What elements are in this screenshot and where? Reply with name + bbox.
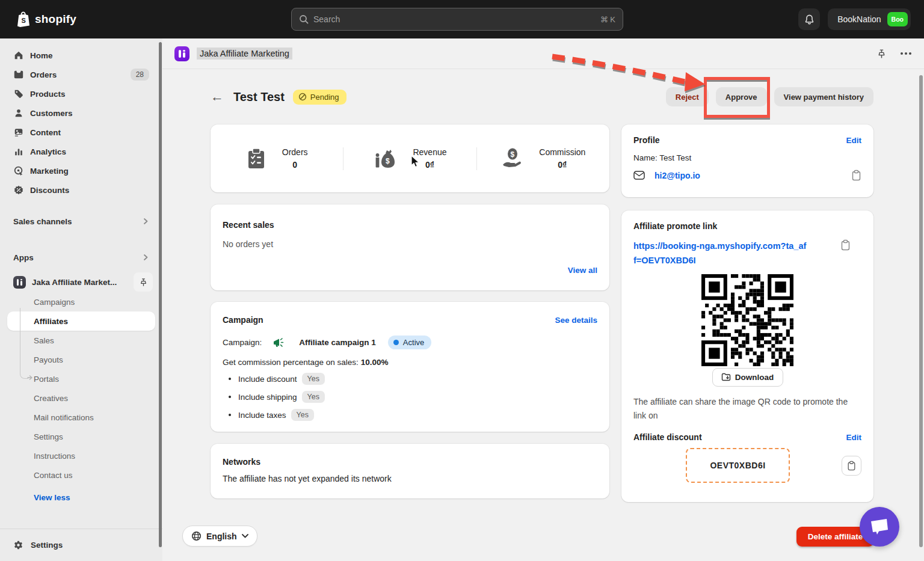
sub-item-label: Campaigns [34,298,75,307]
promote-link-card: Affiliate promote link https://booking-n… [621,210,873,502]
globe-icon [191,531,202,541]
orders-icon [13,69,24,80]
copy-discount-button[interactable] [842,456,861,476]
campaign-option: Include taxes Yes [229,409,597,421]
see-details-link[interactable]: See details [555,316,597,325]
store-menu-button[interactable]: BookNation Boo [828,8,911,30]
svg-text:$: $ [511,150,515,158]
sidebar-item-discounts[interactable]: Discounts [7,180,155,200]
sidebar-item-contact-us[interactable]: Contact us [7,465,155,485]
notifications-button[interactable] [798,8,820,30]
sidebar-item-content[interactable]: Content [7,123,155,142]
sidebar-section-sales-channels[interactable]: Sales channels [7,212,155,231]
sidebar-item-label: Customers [30,109,149,118]
search-icon [299,14,309,24]
page-title: Test Test [233,90,285,104]
global-search[interactable]: ⌘ K [291,8,623,31]
sidebar-item-label: Content [30,128,149,137]
chevron-right-icon [142,254,149,261]
discount-edit-link[interactable]: Edit [846,433,862,442]
megaphone-icon [273,337,285,348]
sidebar-item-instructions[interactable]: Instructions [7,446,155,465]
commission-text: Get commission percentage on sales: [223,358,361,367]
chevron-right-icon [142,218,149,225]
sidebar-section-apps[interactable]: Apps [7,248,155,267]
envelope-icon [633,171,645,180]
language-selector[interactable]: English [182,526,257,547]
search-input[interactable] [313,14,596,24]
recent-sales-title: Recent sales [223,220,597,230]
view-all-link[interactable]: View all [568,266,597,275]
gear-icon [13,540,23,550]
sidebar-item-payouts[interactable]: Payouts [7,350,155,369]
sub-item-label: Mail notifications [34,413,94,422]
sidebar-item-marketing[interactable]: Marketing [7,161,155,180]
email-link[interactable]: hi2@tipo.io [654,171,843,180]
app-header: Jaka Affiliate Marketing [162,38,924,69]
sidebar-item-customers[interactable]: Customers [7,103,155,123]
store-avatar-badge: Boo [887,12,908,27]
back-button[interactable]: ← [211,89,224,105]
sub-item-label: Payouts [34,355,63,364]
sidebar-item-label: Home [30,51,149,60]
search-shortcut: ⌘ K [600,15,615,24]
sidebar-item-label: Products [30,90,149,99]
sidebar-item-orders[interactable]: Orders 28 [7,65,155,84]
sidebar-item-settings[interactable]: Settings [0,529,162,561]
option-value-badge: Yes [302,391,325,403]
orders-clipboard-icon [246,147,266,170]
orders-count-badge: 28 [131,69,149,81]
commission-value: 10.00% [361,358,389,367]
affiliate-discount-title: Affiliate discount [633,432,702,442]
sidebar-item-sales[interactable]: Sales [7,331,155,350]
reject-button[interactable]: Reject [666,87,709,106]
sidebar-item-products[interactable]: Products [7,84,155,103]
sidebar-item-label: Orders [30,70,125,79]
download-qr-button[interactable]: Download [712,368,783,387]
sidebar-scrollbar[interactable] [159,42,162,547]
content-icon [13,127,24,138]
sidebar-item-campaigns[interactable]: Campaigns [7,292,155,311]
pin-icon [139,278,148,287]
active-dot [393,340,399,345]
sidebar-item-affiliates[interactable]: Affiliates [7,311,155,331]
sidebar-app-jaka-affiliate[interactable]: Jaka Affiliate Market... [7,272,155,292]
campaign-option: Include discount Yes [229,373,597,385]
shopify-logo: S shopify [16,11,76,28]
sidebar-item-app-settings[interactable]: Settings [7,427,155,446]
sidebar-item-home[interactable]: Home [7,46,155,65]
approve-button[interactable]: Approve [716,87,767,106]
page-scrollbar[interactable] [919,75,923,547]
chat-widget-button[interactable] [860,507,899,547]
campaign-card: Campaign See details Campaign: Affiliate… [211,302,609,432]
copy-icon [847,461,856,471]
sidebar-item-label: Analytics [30,147,149,156]
section-label: Sales channels [13,217,72,226]
page-title-row: ← Test Test Pending Reject Approve View … [211,84,873,109]
profile-name: Name: Test Test [633,153,861,162]
affiliate-link[interactable]: https://booking-nga.myshopify.com?ta_aff… [633,239,808,268]
pin-icon[interactable] [876,49,887,59]
hand-coin-icon: $ [500,147,523,170]
section-label: Apps [13,253,34,262]
stat-label: Orders [282,147,308,157]
profile-edit-link[interactable]: Edit [846,136,862,145]
unpin-app-button[interactable] [134,272,153,292]
more-options-icon[interactable] [900,52,912,55]
sidebar-item-creatives[interactable]: Creatives [7,388,155,408]
networks-card: Networks The affiliate has not yet expan… [211,444,609,498]
view-payment-history-button[interactable]: View payment history [774,87,873,106]
download-icon [721,373,731,381]
person-icon [13,108,24,118]
promote-title: Affiliate promote link [633,221,861,231]
sidebar-item-analytics[interactable]: Analytics [7,142,155,161]
target-icon [13,165,24,176]
language-label: English [206,532,237,541]
copy-icon[interactable] [851,170,861,181]
bullet-dot [229,414,231,416]
sidebar-item-mail-notifications[interactable]: Mail notifications [7,408,155,427]
copy-icon[interactable] [840,239,851,251]
view-less-link[interactable]: View less [7,487,76,502]
recent-sales-card: Recent sales No orders yet View all [211,204,609,290]
sidebar-item-label: Discounts [30,186,149,195]
